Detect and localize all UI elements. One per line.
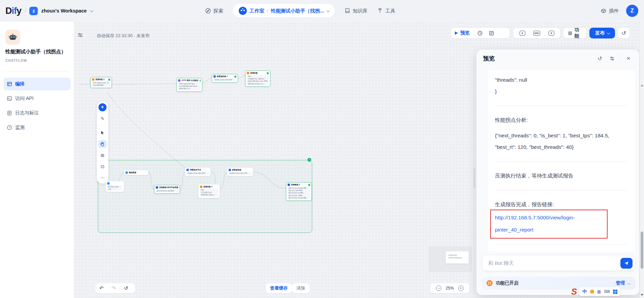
message-line: "threads": null <box>495 74 628 86</box>
run-toolbar-pill: 预览 <box>450 28 510 38</box>
report-link-wrap: http://192.168.5.7:5000/view/login-pinte… <box>495 212 628 236</box>
fit-view-button[interactable]: ⊡ <box>98 162 107 170</box>
node-http-request[interactable]: HTTP 请求·生成报告✓ POST http(s)://用户输入.{x}.ip… <box>176 78 202 92</box>
node-body: 回复 生成报告完成，报告链接：http(s)://用户输入.{x}.ip :50… <box>247 75 269 85</box>
panel-resize-handle[interactable] <box>473 168 475 189</box>
user-avatar[interactable]: Z <box>626 5 638 17</box>
message-line: } <box>495 86 628 97</box>
nav-knowledge[interactable]: 知识库 <box>344 8 368 14</box>
ime-toolbox-icon[interactable] <box>613 290 617 294</box>
workspace-badge[interactable]: z <box>29 7 38 15</box>
sidebar-item-orchestrate[interactable]: 编排 <box>3 78 71 90</box>
minimap-node-mark <box>448 255 457 255</box>
node-answer-3[interactable]: 直接回复 3✓ 回复 压测执行结束，等待生成测试报告 ⋯ <box>90 77 112 88</box>
publish-button[interactable]: 发布 <box>589 28 615 38</box>
pointer-mode-button[interactable] <box>98 129 107 137</box>
divider <box>620 56 620 61</box>
clear-button[interactable]: 清除 <box>292 283 310 293</box>
node-param-extractor-2[interactable]: 参数提取器 2✓ doubao-1.5-pro-32k CHAT <box>212 74 238 83</box>
view-cache-button[interactable]: 查看缓存 <box>266 283 292 293</box>
organize-nodes-button[interactable]: ⊞ <box>98 151 107 159</box>
breadcrumb-separator: / <box>267 8 268 13</box>
nav-studio[interactable]: 工作室 <box>250 8 264 14</box>
run-history-button[interactable] <box>474 28 486 38</box>
ime-keyboard-icon[interactable]: ⌨ <box>604 289 610 294</box>
clear-pill: 清除 <box>292 283 310 293</box>
node-icon-code <box>125 171 128 174</box>
nav-plugins[interactable]: 插件 <box>601 8 619 14</box>
add-node-button[interactable]: + <box>98 103 107 111</box>
redo-button[interactable]: ↷ <box>108 283 120 293</box>
node-param-extractor[interactable]: 参数提取器 doubao-1.5-pro-32k CHAT <box>227 167 253 176</box>
chat-variable-icon: x <box>520 31 525 36</box>
scrollbar-thumb[interactable] <box>641 232 643 269</box>
add-note-button[interactable]: ✎ <box>98 114 107 123</box>
dify-logo[interactable]: Dify <box>5 6 21 16</box>
scrollbar-down-arrow[interactable] <box>641 294 643 296</box>
chevron-down-icon[interactable] <box>90 9 93 12</box>
checklist-button[interactable] <box>486 28 497 38</box>
chat-variable-button[interactable]: x <box>517 28 528 38</box>
node-assign-2[interactable]: 变量赋值 2✓ 赋值 {x} next_threads 覆盖 赋值 {x} is… <box>286 182 312 201</box>
zoom-out-icon[interactable]: − <box>436 286 441 291</box>
node-data-slice[interactable]: 截取数据 <box>124 170 148 175</box>
zoom-in-icon[interactable]: + <box>458 286 464 291</box>
report-link[interactable]: http://192.168.5.7:5000/view/login-pinte… <box>495 212 607 236</box>
nav-explore[interactable]: 探索 <box>205 8 223 14</box>
zoom-level[interactable]: 25% <box>443 286 457 291</box>
canvas-minimap[interactable] <box>429 247 472 272</box>
ime-language-toggle[interactable]: 中 <box>582 289 587 295</box>
more-options-button[interactable]: ⋯ <box>98 173 107 182</box>
node-title: HTTP 请求·生成报告 <box>181 79 199 82</box>
sidebar-item-api[interactable]: 访问 API <box>3 92 71 105</box>
node-success-icon: ✓ <box>200 80 201 82</box>
node-title: 截取数据 <box>129 171 136 174</box>
logo-if: if <box>12 6 17 16</box>
conversation-settings-button[interactable] <box>608 54 616 62</box>
variable-icon: x <box>549 31 554 36</box>
restart-conversation-button[interactable]: ↺ <box>596 54 604 62</box>
navbar-center: 探索 工作室 / 性能测试小助手（找拐... 知识库 工具 <box>205 0 395 22</box>
node-title: 参数提取器 2 <box>217 75 228 78</box>
sogou-logo-icon[interactable]: S <box>571 287 577 297</box>
chevron-down-icon[interactable] <box>326 9 330 12</box>
node-answer-4[interactable]: 直接回复 4 回复 已完成拐点分析 是否到拐点 {x}best ⋯ <box>198 184 220 198</box>
node-partial[interactable]: b0.history_data only ⋯ <box>106 181 124 192</box>
node-icon-code <box>107 182 110 185</box>
node-answer[interactable]: 直接回复✓ 回复 生成报告完成，报告链接：http(s)://用户输入.{x}.… <box>245 71 270 87</box>
chat-input[interactable]: 和 Bot 聊天 <box>482 255 636 271</box>
hand-mode-button[interactable] <box>98 140 107 148</box>
node-icon-http <box>178 79 180 82</box>
nav-tools[interactable]: 工具 <box>377 8 395 14</box>
workspace-name[interactable]: zhoux's Workspace <box>41 8 87 13</box>
page-scrollbar[interactable] <box>640 22 644 298</box>
sliders-icon-button[interactable] <box>77 32 84 39</box>
hammer-icon <box>377 8 383 14</box>
node-assign-iteration-start[interactable]: 变量赋值·迭代开始更新数✓ 赋值 b0.history_data 覆盖 <box>154 185 180 194</box>
variable-inspect-button[interactable]: x <box>546 28 557 38</box>
node-title: 直接回复 4 <box>203 186 212 188</box>
change-history-button[interactable]: ↺ <box>120 283 132 293</box>
scrollbar-up-arrow[interactable] <box>641 84 643 86</box>
version-history-button[interactable]: ↺ <box>618 28 630 38</box>
app-icon[interactable] <box>5 30 20 45</box>
features-button[interactable]: ⊞ 功能 <box>563 27 586 39</box>
minimap-viewport[interactable] <box>446 251 469 264</box>
node-inflection-judge[interactable]: 判断拐点节点 doubao-1.5-pro-32k CHAT <box>185 167 211 176</box>
env-variable-button[interactable]: ENV <box>531 28 543 38</box>
preview-panel-title: 预览 <box>483 55 495 62</box>
undo-button[interactable]: ↶ <box>95 283 108 293</box>
send-button[interactable] <box>620 258 633 269</box>
breadcrumb-app-name[interactable]: 性能测试小助手（找拐... <box>271 8 324 14</box>
sidebar-item-monitoring[interactable]: 监测 <box>3 121 71 134</box>
version-history-pill: ↺ <box>618 28 630 38</box>
sidebar-item-logs[interactable]: 日志与标注 <box>3 107 71 119</box>
features-pill: ⊞ 功能 <box>563 28 587 38</box>
close-panel-button[interactable]: × <box>624 54 633 62</box>
ime-symbol-pad-icon[interactable]: ▦ <box>597 289 601 294</box>
preview-run-button[interactable]: 预览 <box>451 30 474 36</box>
ime-emoji-icon[interactable] <box>590 290 594 294</box>
monitor-gauge-icon <box>7 125 12 130</box>
manage-features-button[interactable]: 管理 → <box>616 280 631 286</box>
minimap-node-mark <box>448 258 462 258</box>
